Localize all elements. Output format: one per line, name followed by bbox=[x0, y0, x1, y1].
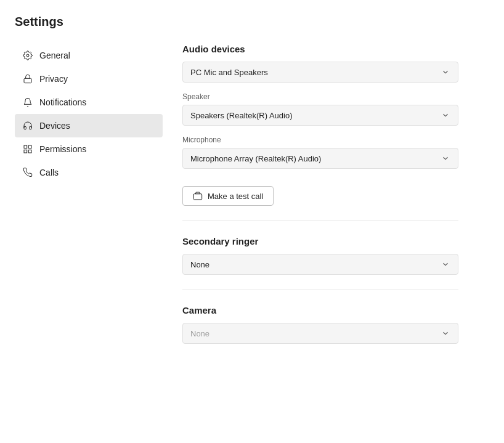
camera-section: Camera None bbox=[182, 305, 484, 344]
secondary-ringer-chevron-icon bbox=[441, 259, 450, 269]
svg-rect-3 bbox=[28, 145, 31, 148]
secondary-ringer-title: Secondary ringer bbox=[182, 236, 484, 246]
microphone-selected: Microphone Array (Realtek(R) Audio) bbox=[190, 154, 321, 163]
microphone-dropdown[interactable]: Microphone Array (Realtek(R) Audio) bbox=[182, 148, 458, 169]
divider-1 bbox=[182, 221, 458, 221]
content-area: General Privacy Notifications Devices bbox=[15, 44, 504, 443]
sidebar-item-privacy-label: Privacy bbox=[39, 74, 68, 84]
sidebar-item-notifications-label: Notifications bbox=[39, 97, 86, 107]
divider-2 bbox=[182, 290, 458, 290]
speaker-dropdown[interactable]: Speakers (Realtek(R) Audio) bbox=[182, 105, 458, 126]
svg-rect-2 bbox=[24, 145, 27, 148]
phone-icon bbox=[22, 167, 33, 178]
sidebar-item-calls[interactable]: Calls bbox=[15, 161, 163, 184]
sidebar-item-calls-label: Calls bbox=[39, 168, 59, 177]
microphone-section: Microphone Microphone Array (Realtek(R) … bbox=[182, 136, 484, 169]
speaker-selected: Speakers (Realtek(R) Audio) bbox=[190, 111, 292, 120]
svg-point-0 bbox=[26, 54, 29, 57]
test-call-icon bbox=[193, 191, 203, 201]
sidebar-item-privacy[interactable]: Privacy bbox=[15, 67, 163, 91]
speaker-section: Speaker Speakers (Realtek(R) Audio) bbox=[182, 92, 484, 126]
sidebar: General Privacy Notifications Devices bbox=[15, 44, 163, 443]
microphone-chevron-icon bbox=[441, 153, 450, 163]
secondary-ringer-selected: None bbox=[190, 260, 209, 269]
audio-devices-selected: PC Mic and Speakers bbox=[190, 68, 268, 77]
sidebar-item-permissions-label: Permissions bbox=[39, 144, 86, 154]
app-container: Settings General Privacy Notificatio bbox=[0, 0, 504, 443]
svg-rect-6 bbox=[193, 194, 201, 200]
test-call-button[interactable]: Make a test call bbox=[182, 186, 274, 206]
camera-selected: None bbox=[190, 329, 209, 338]
sidebar-item-notifications[interactable]: Notifications bbox=[15, 91, 163, 114]
main-content: Audio devices PC Mic and Speakers Speake… bbox=[163, 44, 504, 443]
audio-devices-section: Audio devices PC Mic and Speakers bbox=[182, 44, 484, 83]
test-call-label: Make a test call bbox=[208, 192, 263, 201]
svg-rect-5 bbox=[28, 150, 31, 153]
svg-rect-1 bbox=[24, 78, 31, 83]
secondary-ringer-dropdown[interactable]: None bbox=[182, 254, 458, 275]
secondary-ringer-section: Secondary ringer None bbox=[182, 236, 484, 275]
speaker-chevron-icon bbox=[441, 110, 450, 120]
headset-icon bbox=[22, 120, 33, 131]
gear-icon bbox=[22, 50, 33, 61]
svg-rect-4 bbox=[24, 150, 27, 153]
camera-title: Camera bbox=[182, 305, 484, 315]
sidebar-item-devices-label: Devices bbox=[39, 121, 70, 131]
audio-devices-title: Audio devices bbox=[182, 44, 484, 54]
lock-icon bbox=[22, 73, 33, 84]
microphone-label: Microphone bbox=[182, 136, 484, 144]
page-title: Settings bbox=[15, 15, 504, 29]
sidebar-item-devices[interactable]: Devices bbox=[15, 114, 163, 137]
speaker-label: Speaker bbox=[182, 92, 484, 101]
grid-icon bbox=[22, 144, 33, 155]
sidebar-item-general[interactable]: General bbox=[15, 44, 163, 67]
sidebar-item-general-label: General bbox=[39, 51, 70, 60]
audio-devices-chevron-icon bbox=[441, 67, 450, 77]
sidebar-item-permissions[interactable]: Permissions bbox=[15, 137, 163, 161]
camera-dropdown[interactable]: None bbox=[182, 323, 458, 344]
camera-chevron-icon bbox=[441, 328, 450, 338]
bell-icon bbox=[22, 97, 33, 108]
audio-devices-dropdown[interactable]: PC Mic and Speakers bbox=[182, 62, 458, 83]
